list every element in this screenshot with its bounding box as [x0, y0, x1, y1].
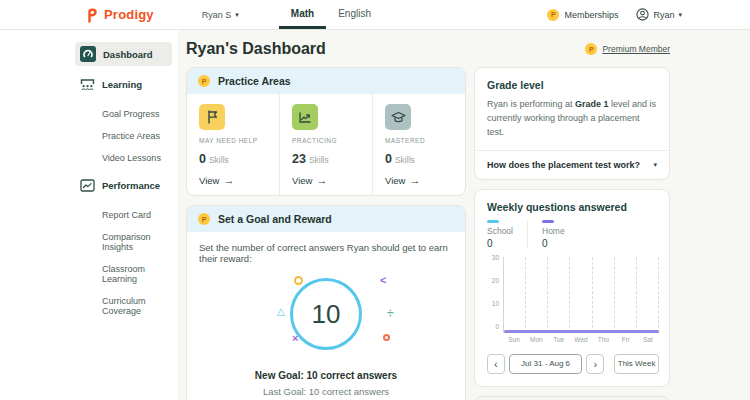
page-title: Ryan's Dashboard [186, 40, 326, 58]
main-content: Ryan's Dashboard P Premium Member P Prac… [178, 30, 750, 400]
grade-level-card: Grade level Ryan is performing at Grade … [474, 67, 670, 180]
memberships-button[interactable]: P Memberships [547, 9, 618, 21]
x-tick: Wed [570, 336, 592, 343]
header-right: P Memberships Ryan ▾ [547, 0, 682, 29]
caret-down-icon: ▾ [235, 11, 239, 19]
x-tick: Mon [525, 336, 547, 343]
sidebar-item-comparison-insights[interactable]: Comparison Insights [75, 226, 172, 258]
card-title: Set a Goal and Reward [218, 213, 332, 225]
sidebar-item-video-lessons[interactable]: Video Lessons [75, 147, 172, 169]
card-title: Practice Areas [218, 75, 291, 87]
prev-week-button[interactable]: ‹ [487, 354, 505, 374]
logo-text: Prodigy [104, 7, 154, 22]
view-mastered-link[interactable]: View→ [385, 174, 453, 186]
zero-series-line [504, 330, 659, 333]
date-range-button[interactable]: Jul 31 - Aug 6 [509, 354, 582, 374]
coin-icon: P [198, 75, 210, 87]
caret-down-icon: ▾ [653, 161, 657, 169]
divide-icon: ÷ [387, 306, 394, 320]
tab-english[interactable]: English [326, 0, 383, 29]
account-label: Ryan [653, 10, 674, 20]
home-legend-swatch [542, 220, 554, 223]
legend-label: School [487, 226, 513, 236]
weekly-chart: 30 20 10 0 [487, 257, 659, 333]
view-label: View [385, 175, 405, 186]
prodigy-logo[interactable]: Prodigy [85, 0, 154, 29]
sidebar-item-dashboard[interactable]: Dashboard [75, 42, 172, 66]
sidebar-item-practice-areas[interactable]: Practice Areas [75, 125, 172, 147]
next-week-button[interactable]: › [586, 354, 604, 374]
grade-level-text: Ryan is performing at Grade 1 level and … [487, 98, 657, 140]
user-avatar-icon [636, 8, 649, 21]
prodigy-p-icon [85, 7, 100, 23]
sidebar-item-learning[interactable]: Learning [75, 74, 172, 95]
y-tick: 20 [487, 278, 499, 285]
account-dropdown[interactable]: Ryan ▾ [636, 8, 682, 21]
less-than-icon: < [380, 274, 386, 286]
legend-school: School 0 [487, 220, 527, 249]
y-tick: 30 [487, 255, 499, 262]
sidebar-item-goal-progress[interactable]: Goal Progress [75, 103, 172, 125]
student-select-dropdown[interactable]: Ryan S ▾ [202, 0, 239, 29]
prodigy-dashboard-app: Prodigy Ryan S ▾ Math English P Membersh… [0, 0, 750, 400]
view-label: View [292, 175, 312, 186]
tab-math[interactable]: Math [279, 0, 326, 29]
chart-plot-area [503, 257, 659, 333]
practice-col-practicing: PRACTICING 23Skills View→ [279, 94, 372, 195]
this-week-button[interactable]: This Week [614, 354, 659, 374]
goal-instruction: Set the number of correct answers Ryan s… [199, 242, 453, 264]
flag-icon [199, 104, 225, 130]
circle-icon [383, 334, 390, 341]
chart-legend: School 0 Home 0 [487, 220, 659, 249]
x-tick: Thu [592, 336, 614, 343]
sidebar-item-curriculum-coverage[interactable]: Curriculum Coverage [75, 290, 172, 322]
memberships-label: Memberships [564, 10, 618, 20]
practice-areas-card: P Practice Areas [186, 67, 466, 196]
school-legend-swatch [487, 220, 499, 223]
placement-test-question: How does the placement test work? [487, 160, 640, 170]
skills-unit: Skills [395, 155, 415, 165]
premium-label: Premium Member [602, 44, 670, 54]
chart-x-axis: Sun Mon Tue Wed Thu Fri Sat [503, 336, 659, 343]
subject-tabs: Math English [279, 0, 383, 29]
practice-category: MASTERED [385, 137, 453, 144]
practice-category: PRACTICING [292, 137, 360, 144]
legend-label: Home [542, 226, 565, 236]
student-select-label: Ryan S [202, 10, 232, 20]
sidebar-item-classroom-learning[interactable]: Classroom Learning [75, 258, 172, 290]
week-navigation: ‹ Jul 31 - Aug 6 › This Week [487, 354, 659, 374]
legend-value: 0 [542, 238, 565, 249]
chevron-left-icon: ‹ [494, 358, 498, 370]
sidebar-label: Performance [102, 180, 160, 191]
skills-count: 23 [292, 152, 306, 166]
sidebar-item-report-card[interactable]: Report Card [75, 204, 172, 226]
ring-icon [294, 276, 303, 285]
arrow-right-icon: → [409, 174, 420, 186]
chart-y-axis: 30 20 10 0 [487, 257, 503, 333]
practice-col-may-need-help: MAY NEED HELP 0Skills View→ [187, 94, 279, 195]
coin-icon: P [585, 43, 597, 55]
x-tick: Tue [548, 336, 570, 343]
performance-chart-icon [80, 179, 95, 192]
coin-icon: P [198, 213, 210, 225]
premium-member-link[interactable]: P Premium Member [585, 43, 670, 55]
focus-mode-card: Focus Mode Your child has to log out of … [474, 396, 670, 400]
y-tick: 0 [487, 324, 499, 331]
legend-value: 0 [487, 238, 513, 249]
top-header: Prodigy Ryan S ▾ Math English P Membersh… [0, 0, 750, 30]
view-label: View [199, 175, 219, 186]
last-goal-text: Last Goal: 10 correct answers [199, 386, 453, 397]
view-practicing-link[interactable]: View→ [292, 174, 360, 186]
chevron-right-icon: › [593, 358, 597, 370]
placement-test-accordion[interactable]: How does the placement test work? ▾ [475, 150, 669, 179]
sidebar-label: Learning [102, 79, 142, 90]
practice-col-mastered: MASTERED 0Skills View→ [372, 94, 465, 195]
caret-down-icon: ▾ [678, 11, 682, 19]
sidebar: Dashboard Learning Goal Progress Practic… [0, 30, 178, 400]
sidebar-item-performance[interactable]: Performance [75, 175, 172, 196]
view-may-need-help-link[interactable]: View→ [199, 174, 267, 186]
grade-level-title: Grade level [487, 79, 657, 91]
y-tick: 10 [487, 301, 499, 308]
goal-card-header: P Set a Goal and Reward [187, 206, 465, 232]
grade-text-prefix: Ryan is performing at [487, 99, 575, 109]
